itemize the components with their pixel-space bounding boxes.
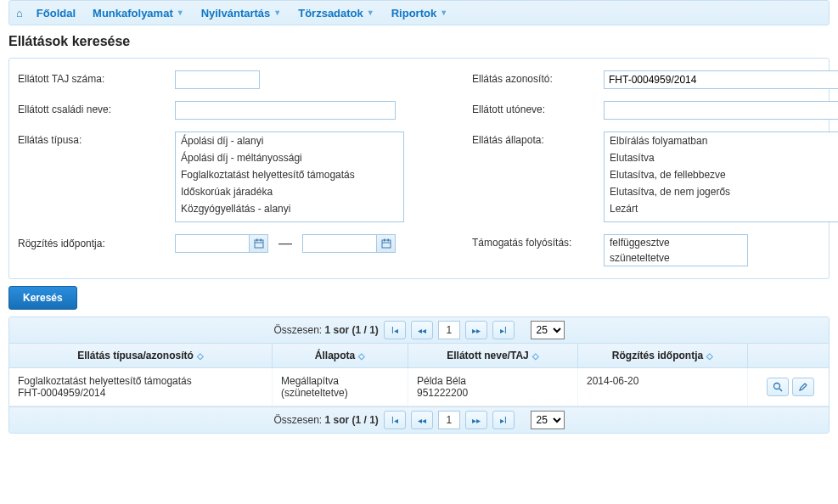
sort-icon: ◇ xyxy=(706,351,713,361)
pager-first-button[interactable]: I◂ xyxy=(384,411,406,429)
pager-prev-button[interactable]: ◂◂ xyxy=(411,411,433,429)
pager-next-button[interactable]: ▸▸ xyxy=(465,411,487,429)
nav-label: Főoldal xyxy=(37,7,76,20)
chevron-down-icon: ▼ xyxy=(367,8,374,17)
th-allapot[interactable]: Állapota ◇ xyxy=(273,344,408,367)
allapota-option[interactable]: Elbírálás folyamatban xyxy=(605,132,838,149)
sort-icon: ◇ xyxy=(358,351,365,361)
cell-allapot: Megállapítva (szüneteltetve) xyxy=(273,368,408,406)
results-table: Összesen: 1 sor (1 / 1) I◂ ◂◂ 1 ▸▸ ▸I 25… xyxy=(8,316,830,434)
view-button[interactable] xyxy=(767,378,789,396)
nav-reports[interactable]: Riportok ▼ xyxy=(383,7,456,20)
pager-prev-button[interactable]: ◂◂ xyxy=(411,321,433,339)
allapota-option[interactable]: Elutasítva, de nem jogerős xyxy=(605,183,838,200)
tipus-option[interactable]: Ápolási díj - méltányossági xyxy=(176,149,403,166)
pager-last-button[interactable]: ▸I xyxy=(492,321,515,339)
csaladi-label: Ellátott családi neve: xyxy=(18,101,175,115)
folyositas-option[interactable]: felfüggesztve xyxy=(605,235,747,250)
pager-first-button[interactable]: I◂ xyxy=(384,321,406,339)
th-nev[interactable]: Ellátott neve/TAJ ◇ xyxy=(408,344,578,367)
edit-button[interactable] xyxy=(792,378,814,396)
magnifier-icon xyxy=(773,382,783,392)
cell-date: 2014-06-20 xyxy=(578,368,748,406)
pager-page-number[interactable]: 1 xyxy=(438,321,460,339)
chevron-down-icon: ▼ xyxy=(440,8,447,17)
tipus-option[interactable]: Ápolási díj - alanyi xyxy=(176,132,403,149)
tipus-label: Ellátás típusa: xyxy=(18,132,175,146)
folyositas-label: Támogatás folyósítás: xyxy=(472,234,604,249)
pager-last-button[interactable]: ▸I xyxy=(492,411,515,429)
csaladi-input[interactable] xyxy=(175,101,396,120)
nav-workflow[interactable]: Munkafolyamat ▼ xyxy=(84,7,193,20)
svg-rect-7 xyxy=(387,239,389,242)
pencil-icon xyxy=(798,382,808,392)
search-form-panel: Ellátott TAJ száma: Ellátás azonosító: E… xyxy=(8,58,830,279)
chevron-down-icon: ▼ xyxy=(273,8,281,17)
pager-page-number[interactable]: 1 xyxy=(438,411,460,429)
table-header-row: Ellátás típusa/azonosító ◇ Állapota ◇ El… xyxy=(9,344,829,368)
pager-bottom: Összesen: 1 sor (1 / 1) I◂ ◂◂ 1 ▸▸ ▸I 25 xyxy=(9,406,829,433)
svg-rect-2 xyxy=(256,239,258,242)
svg-rect-0 xyxy=(255,240,263,248)
allapota-option[interactable]: Lezárt xyxy=(605,200,838,217)
pager-pagesize-select[interactable]: 25 xyxy=(531,321,565,339)
tipus-option[interactable]: Időskorúak járadéka xyxy=(176,183,403,200)
utoneve-input[interactable] xyxy=(604,101,838,120)
tipus-option[interactable]: Közgyógyellátás - alanyi xyxy=(176,200,403,217)
th-tipus[interactable]: Ellátás típusa/azonosító ◇ xyxy=(9,344,273,367)
cell-nev: Példa Béla 951222200 xyxy=(408,368,578,406)
home-icon[interactable]: ⌂ xyxy=(16,7,23,20)
sort-icon: ◇ xyxy=(197,351,204,361)
tipus-option[interactable]: Foglalkoztatást helyettesítő támogatás xyxy=(176,166,403,183)
pager-next-button[interactable]: ▸▸ xyxy=(465,321,487,339)
rogz-label: Rögzítés időpontja: xyxy=(18,234,175,249)
pager-top: Összesen: 1 sor (1 / 1) I◂ ◂◂ 1 ▸▸ ▸I 25 xyxy=(9,317,829,344)
allapota-select[interactable]: Elbírálás folyamatban Elutasítva Elutasí… xyxy=(604,132,838,222)
th-date[interactable]: Rögzítés időpontja ◇ xyxy=(578,344,748,367)
search-button[interactable]: Keresés xyxy=(8,286,77,310)
nav-masterdata[interactable]: Törzsadatok ▼ xyxy=(290,7,383,20)
pager-summary: Összesen: 1 sor (1 / 1) xyxy=(273,414,378,426)
allapota-option[interactable]: Elutasítva xyxy=(605,149,838,166)
nav-home[interactable]: Főoldal xyxy=(28,7,84,20)
calendar-icon[interactable] xyxy=(249,235,267,252)
folyositas-select[interactable]: felfüggesztve szüneteltetve xyxy=(604,234,748,266)
taj-input[interactable] xyxy=(175,70,260,89)
chevron-down-icon: ▼ xyxy=(177,8,184,17)
cell-actions xyxy=(748,368,830,406)
date-range-separator: — xyxy=(277,236,294,251)
nav-label: Riportok xyxy=(391,7,436,20)
folyositas-option[interactable]: szüneteltetve xyxy=(605,250,747,266)
azon-label: Ellátás azonosító: xyxy=(472,70,604,85)
svg-line-9 xyxy=(779,389,782,391)
taj-label: Ellátott TAJ száma: xyxy=(18,70,175,85)
pager-summary: Összesen: 1 sor (1 / 1) xyxy=(273,324,378,336)
calendar-icon[interactable] xyxy=(376,235,395,252)
allapota-option[interactable]: Elutasítva, de fellebbezve xyxy=(605,166,838,183)
page-title: Ellátások keresése xyxy=(8,34,830,49)
nav-registry[interactable]: Nyilvántartás ▼ xyxy=(193,7,290,20)
sort-icon: ◇ xyxy=(532,351,539,361)
pager-pagesize-select[interactable]: 25 xyxy=(531,411,565,429)
allapota-label: Ellátás állapota: xyxy=(472,132,604,146)
tipus-select[interactable]: Ápolási díj - alanyi Ápolási díj - méltá… xyxy=(175,132,404,222)
main-nav: ⌂ Főoldal Munkafolyamat ▼ Nyilvántartás … xyxy=(8,0,830,25)
nav-label: Munkafolyamat xyxy=(93,7,173,20)
svg-rect-4 xyxy=(382,240,391,248)
svg-point-8 xyxy=(774,384,780,389)
nav-label: Törzsadatok xyxy=(298,7,363,20)
cell-tipus: Foglalkoztatást helyettesítő támogatás F… xyxy=(9,368,273,406)
azon-input[interactable] xyxy=(604,70,838,89)
nav-label: Nyilvántartás xyxy=(201,7,271,20)
utoneve-label: Ellátott utóneve: xyxy=(472,101,604,115)
th-actions xyxy=(748,344,830,367)
svg-rect-6 xyxy=(384,239,385,242)
table-row: Foglalkoztatást helyettesítő támogatás F… xyxy=(9,368,829,406)
svg-rect-3 xyxy=(260,239,262,242)
